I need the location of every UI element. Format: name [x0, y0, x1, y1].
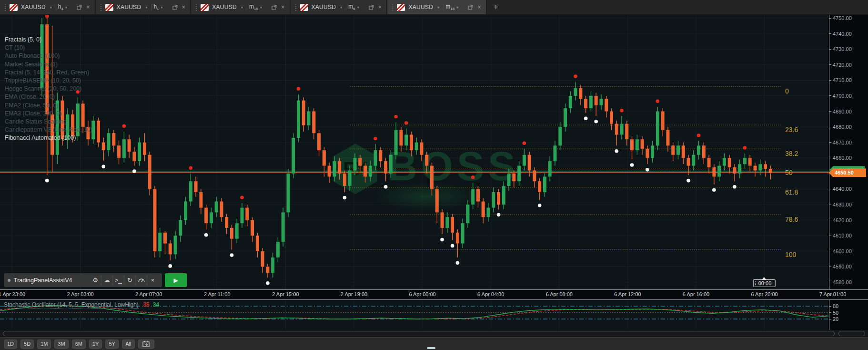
close-icon[interactable]: × — [281, 5, 285, 10]
tab-xauusd-m15[interactable]: XAUUSD▾m15▾× — [191, 0, 290, 14]
close-icon[interactable]: × — [378, 5, 382, 10]
stochastic-label: Stochastic Oscillator (14, 5, 5, Exponen… — [4, 301, 159, 308]
range-button-1d[interactable]: 1D — [4, 340, 17, 349]
range-button-5y[interactable]: 5Y — [105, 340, 118, 349]
stochastic-tick: 80 — [829, 303, 838, 309]
indicator-item[interactable]: Candle Status Scalping — [5, 118, 92, 126]
price-tick: 4670.00 — [829, 140, 852, 145]
tab-grip-icon — [101, 4, 102, 11]
indicator-item[interactable]: Candlepattern V3 (Line, Red, 10) — [5, 126, 92, 134]
time-axis-label: 2 Apr 15:00 — [272, 291, 299, 297]
chevron-down-icon[interactable]: ▾ — [340, 5, 342, 10]
fib-level-label: 100 — [785, 251, 797, 258]
add-tab-button[interactable]: + — [487, 0, 505, 14]
price-axis[interactable]: 4750.004740.004730.004720.004710.004700.… — [829, 15, 868, 289]
range-button-3m[interactable]: 3M — [54, 340, 68, 349]
indicator-item[interactable]: CT (10) — [5, 44, 92, 52]
tab-xauusd-h4[interactable]: XAUUSD▾h4▾× — [0, 0, 96, 14]
popout-icon[interactable] — [272, 5, 277, 10]
play-button[interactable]: ▶ — [165, 273, 187, 287]
indicator-item[interactable]: EMA (Close, 20, 0) — [5, 93, 92, 101]
chevron-down-icon[interactable]: ▾ — [161, 5, 163, 10]
indicator-item[interactable]: Fractal (5, 14, 350, Red, Green) — [5, 69, 92, 77]
current-price-badge: 4650.50 — [829, 168, 866, 177]
calendar-icon[interactable] — [138, 340, 154, 349]
indicator-item[interactable]: Fibonacci Automated (100) — [5, 134, 92, 142]
close-icon[interactable]: × — [182, 5, 186, 10]
indicator-list: Fractals (5, 0)CT (10)Auto Fibonacci (10… — [5, 36, 92, 143]
tab-symbol: XAUUSD — [117, 4, 141, 10]
terminal-icon[interactable]: >_ — [112, 276, 124, 285]
close-icon[interactable]: × — [147, 276, 158, 285]
tab-timeframe: h1 — [153, 3, 159, 11]
popout-icon[interactable] — [468, 5, 473, 10]
fib-level-label: 38.2 — [785, 150, 798, 157]
tab-timeframe: h4 — [58, 3, 63, 11]
time-marker-tooltip[interactable]: 00:00 — [753, 279, 776, 287]
tab-xauusd-m15[interactable]: XAUUSD▾m15▾× — [387, 0, 486, 14]
chevron-down-icon[interactable]: ▾ — [50, 5, 52, 10]
stochastic-tick: 50 — [829, 310, 838, 316]
trading-app-window: XAUUSD▾h4▾×XAUUSD▾h1▾×XAUUSD▾m15▾×XAUUSD… — [0, 0, 868, 350]
indicator-item[interactable]: EMA2 (Close, 50, 0) — [5, 102, 92, 110]
chevron-down-icon[interactable]: ▾ — [437, 5, 439, 10]
fib-level-label: 78.6 — [785, 216, 798, 223]
chevron-down-icon[interactable]: ▾ — [260, 5, 262, 10]
popout-icon[interactable] — [369, 5, 374, 10]
tab-symbol: XAUUSD — [212, 4, 237, 10]
indicator-item[interactable]: Auto Fibonacci (100) — [5, 52, 92, 60]
close-icon[interactable]: × — [86, 5, 90, 10]
tab-grip-icon — [5, 4, 6, 11]
fib-level-label: 61.8 — [785, 188, 798, 196]
time-axis[interactable]: 00:00 1 Apr 23:002 Apr 03:002 Apr 07:002… — [0, 289, 868, 300]
popout-icon[interactable] — [172, 5, 178, 10]
price-tick: 4660.00 — [829, 155, 852, 161]
range-button-5d[interactable]: 5D — [20, 340, 34, 349]
range-button-all[interactable]: All — [122, 340, 135, 349]
indicator-item[interactable]: Fractals (5, 0) — [5, 36, 92, 44]
scrollbar-corner[interactable] — [838, 331, 865, 336]
scrollbar-zone — [0, 330, 868, 337]
price-tick: 4710.00 — [829, 77, 852, 83]
instrument-icon — [105, 4, 113, 11]
chevron-down-icon[interactable]: ▾ — [241, 5, 243, 10]
horizontal-scrollbar[interactable] — [3, 331, 835, 336]
tab-timeframe: m5 — [348, 3, 355, 11]
chevron-down-icon[interactable]: ▾ — [456, 5, 458, 10]
restart-icon[interactable]: ↻ — [124, 276, 135, 285]
price-tick: 4640.00 — [829, 186, 852, 192]
bottom-center-handle — [427, 347, 435, 349]
price-tick: 4740.00 — [829, 31, 852, 37]
chevron-down-icon[interactable]: ▾ — [65, 5, 67, 10]
time-axis-label: 6 Apr 08:00 — [546, 291, 573, 297]
price-tick: 4720.00 — [829, 62, 852, 68]
cloud-icon[interactable]: ☁ — [101, 276, 112, 285]
indicator-item[interactable]: Hedge Scanner (20, 50, 200) — [5, 85, 92, 93]
chart-area[interactable]: FX BOSS Fractals (5, 0)CT (10)Auto Fibon… — [0, 15, 829, 289]
instrument-icon — [300, 4, 308, 11]
stochastic-tick: 20 — [829, 316, 838, 322]
time-axis-label: 6 Apr 00:00 — [409, 291, 435, 297]
axis-separator — [829, 15, 829, 289]
indicator-item[interactable]: EMA3 (Close, 200, 0) — [5, 110, 92, 118]
gear-icon[interactable]: ⚙ — [90, 276, 101, 285]
indicator-item[interactable]: Market Sessions (1) — [5, 61, 92, 69]
chevron-down-icon[interactable]: ▾ — [357, 5, 359, 10]
fib-level-label: 23.6 — [785, 126, 798, 134]
tab-divider — [247, 4, 247, 10]
tab-xauusd-h1[interactable]: XAUUSD▾h1▾× — [96, 0, 192, 14]
time-axis-label: 6 Apr 16:00 — [683, 291, 709, 297]
trading-panel: TradingPanelAssistV4 ⚙☁>_↻× — [4, 273, 162, 287]
range-button-6m[interactable]: 6M — [72, 340, 86, 349]
tab-bar: XAUUSD▾h4▾×XAUUSD▾h1▾×XAUUSD▾m15▾×XAUUSD… — [0, 0, 868, 15]
gauge-icon[interactable] — [135, 276, 147, 285]
close-icon[interactable]: × — [477, 5, 481, 10]
tab-xauusd-m5[interactable]: XAUUSD▾m5▾× — [291, 0, 388, 14]
chevron-down-icon[interactable]: ▾ — [145, 5, 147, 10]
stochastic-name[interactable]: Stochastic Oscillator (14, 5, 5, Exponen… — [4, 301, 139, 309]
indicator-item[interactable]: TrippleBIASEMA (10, 20, 50) — [5, 77, 92, 85]
tooltip-time: 00:00 — [758, 280, 772, 286]
popout-icon[interactable] — [77, 5, 82, 10]
range-button-1y[interactable]: 1Y — [89, 340, 102, 349]
range-button-1m[interactable]: 1M — [37, 340, 51, 349]
